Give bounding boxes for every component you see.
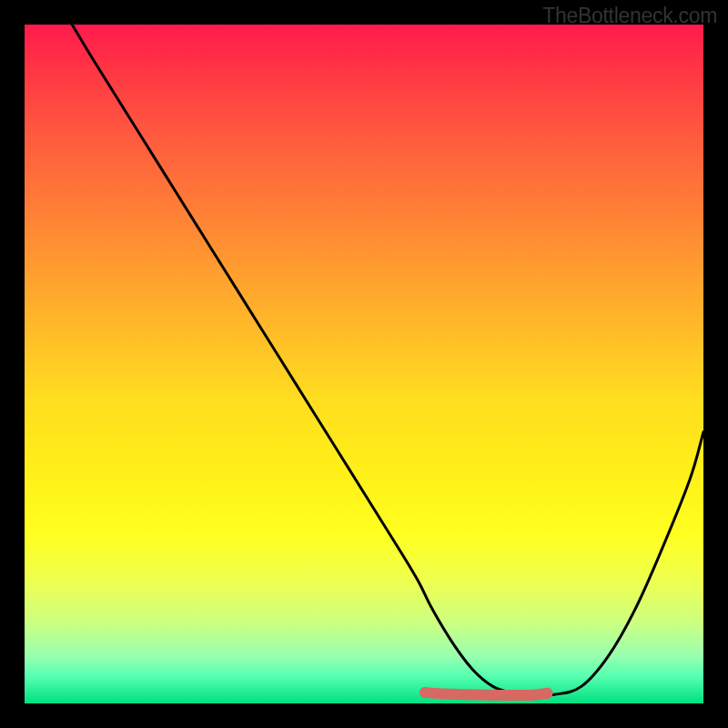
floor-dot-left — [420, 687, 430, 698]
curve-line — [72, 25, 703, 695]
floor-band-line — [425, 693, 547, 695]
chart-svg — [25, 25, 703, 703]
floor-dot-right — [541, 688, 552, 699]
